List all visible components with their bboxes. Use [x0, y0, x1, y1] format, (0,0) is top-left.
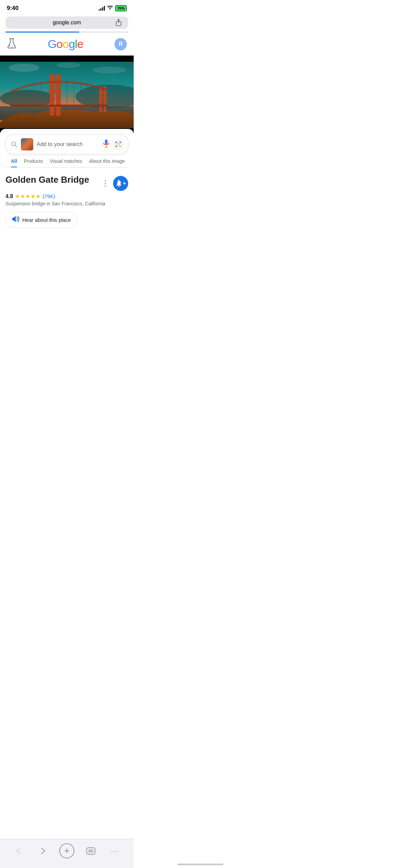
notify-button[interactable]: + [113, 176, 128, 191]
google-header: Google R [0, 33, 134, 56]
voice-icon[interactable] [102, 139, 110, 150]
search-icon [11, 141, 17, 148]
google-logo: Google [48, 37, 83, 51]
svg-point-40 [119, 186, 120, 187]
svg-rect-39 [117, 185, 121, 186]
rating-row: 4.8 ★ ★ ★ ★ ★ (79K) [5, 193, 128, 200]
tab-products[interactable]: Products [24, 158, 43, 167]
place-type: Suspension bridge in San Francisco, Cali… [5, 201, 128, 206]
search-box[interactable]: Add to your search [5, 134, 128, 154]
status-bar: 9:40 76% [0, 0, 134, 14]
place-title-row: Golden Gate Bridge ⋮ + [5, 174, 128, 191]
svg-rect-36 [114, 140, 123, 149]
svg-point-38 [117, 143, 120, 146]
tabs-row: All Products Visual matches About this i… [5, 158, 128, 168]
svg-marker-43 [12, 216, 16, 222]
svg-point-37 [116, 142, 121, 147]
avatar[interactable]: R [114, 38, 127, 50]
speaker-icon [12, 216, 20, 224]
status-icons: 76% [99, 5, 127, 11]
address-bar[interactable]: google.com [5, 16, 128, 29]
svg-line-33 [15, 145, 17, 147]
flask-icon[interactable] [7, 38, 16, 50]
search-thumbnail [21, 138, 33, 150]
bridge-image [0, 56, 134, 134]
svg-point-31 [57, 62, 81, 68]
svg-rect-28 [10, 105, 108, 107]
svg-line-42 [121, 181, 121, 182]
status-time: 9:40 [7, 5, 19, 12]
tab-all[interactable]: All [11, 158, 17, 167]
svg-rect-34 [105, 140, 108, 144]
tab-visual-matches[interactable]: Visual matches [50, 158, 82, 167]
rating-number: 4.8 [5, 193, 13, 200]
search-input[interactable]: Add to your search [37, 141, 99, 147]
address-bar-container: google.com [0, 14, 134, 33]
main-content: Golden Gate Bridge ⋮ + 4.8 ★ ★ ★ [0, 168, 134, 235]
svg-rect-14 [99, 86, 102, 112]
signal-bars-icon [99, 6, 105, 11]
svg-rect-4 [0, 56, 134, 62]
url-text: google.com [10, 20, 123, 26]
review-count[interactable]: (79K) [42, 193, 55, 199]
svg-point-2 [9, 45, 11, 46]
lens-icon[interactable] [113, 140, 123, 149]
stars: ★ ★ ★ ★ ★ [15, 193, 40, 200]
svg-point-29 [9, 63, 39, 72]
battery-icon: 76% [115, 5, 127, 11]
share-button[interactable] [114, 18, 123, 27]
svg-rect-16 [99, 92, 107, 93]
tab-about-image[interactable]: About this image [89, 158, 125, 167]
title-actions: ⋮ + [100, 176, 128, 191]
more-options-button[interactable]: ⋮ [100, 178, 110, 189]
place-title: Golden Gate Bridge [5, 174, 100, 185]
svg-point-32 [12, 142, 15, 146]
hear-label: Hear about this place [22, 217, 71, 223]
svg-rect-13 [49, 90, 61, 93]
svg-rect-10 [50, 74, 54, 116]
svg-point-30 [93, 67, 127, 73]
wifi-icon [107, 5, 113, 11]
svg-point-3 [12, 46, 13, 47]
svg-rect-17 [99, 97, 107, 98]
hear-about-button[interactable]: Hear about this place [5, 212, 77, 228]
search-section: Add to your search All Pro [0, 129, 134, 168]
